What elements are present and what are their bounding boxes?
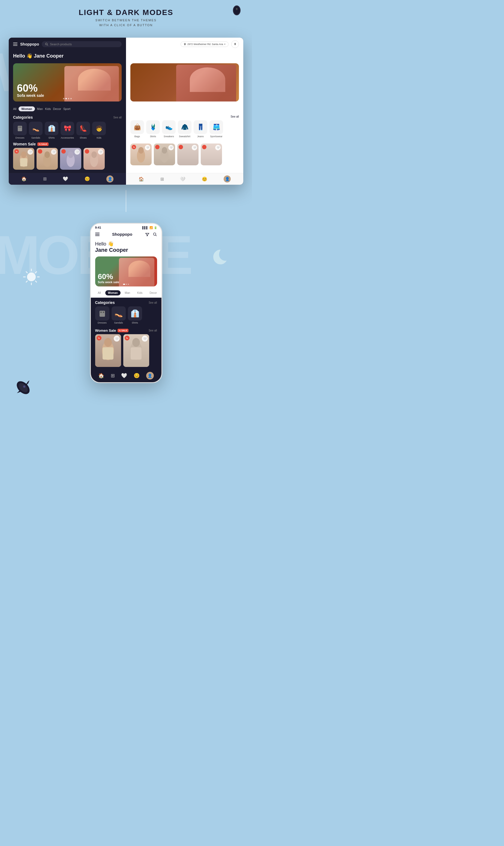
cat-shoes-dark[interactable]: 👠 Shoes xyxy=(76,122,90,139)
mobile-tab-kids[interactable]: Kids xyxy=(134,290,145,295)
mobile-tab-decor[interactable]: Decor xyxy=(147,290,160,295)
product-fav-light-1[interactable]: 🤍 xyxy=(145,145,150,150)
page-subtitle-1: SWITCH BETWEEN THE THEMES xyxy=(5,19,247,22)
filter-tab-kids-dark[interactable]: Kids xyxy=(45,107,51,110)
filter-tab-man-dark[interactable]: Man xyxy=(37,107,43,110)
hero-dot-3 xyxy=(128,284,129,285)
nav-logo-dark: Shoppopo xyxy=(20,42,39,47)
mobile-product-1[interactable]: % 🤍 xyxy=(95,334,121,367)
cat-shirts-dark[interactable]: 👔 Shirts xyxy=(45,122,58,139)
product-card-dark-1[interactable]: % 🤍 xyxy=(13,148,34,170)
bottom-nav-grid-light[interactable]: ⊞ xyxy=(160,177,164,182)
mobile-bottom-grid[interactable]: ⊞ xyxy=(111,373,115,379)
mobile-cat-sandals[interactable]: 👡 Sandals xyxy=(111,306,126,324)
product-sale-dot-dark-4 xyxy=(85,149,89,154)
product-card-light-1[interactable]: % 🤍 xyxy=(130,144,151,165)
mobile-tab-all[interactable]: All xyxy=(95,290,104,295)
product-card-light-2[interactable]: 🤍 xyxy=(154,144,175,165)
filter-tab-woman-dark[interactable]: Woman xyxy=(19,106,35,111)
bottom-nav-emoji-light[interactable]: 😊 xyxy=(202,177,207,182)
mobile-women-sale: Women Sale % SALE See all % 🤍 xyxy=(91,327,161,369)
mobile-bottom-heart[interactable]: 🤍 xyxy=(121,373,127,379)
mobile-search-icon[interactable] xyxy=(153,232,157,236)
cat-kids-dark[interactable]: 🧒 Kids xyxy=(92,122,106,139)
mobile-tab-woman[interactable]: Woman xyxy=(105,290,121,295)
product-card-dark-2[interactable]: 🤍 xyxy=(37,148,58,170)
product-card-light-4[interactable]: 🤍 xyxy=(201,144,222,165)
product-card-dark-3[interactable]: 🤍 xyxy=(60,148,81,170)
rocket-icon xyxy=(11,375,35,401)
hamburger-icon-dark[interactable] xyxy=(13,42,17,46)
cat-sportswear-light[interactable]: 🩳 Sportswear xyxy=(210,120,223,138)
mobile-bottom-avatar[interactable]: 👤 xyxy=(146,372,154,379)
mobile-product-2-fav[interactable]: 🤍 xyxy=(142,336,148,342)
bell-button[interactable] xyxy=(231,40,239,48)
bottom-nav-home-dark[interactable]: 🏠 xyxy=(21,176,27,181)
desktop-mockup-wrapper: Shoppopo Search products 2972 Westheimer… xyxy=(9,38,243,185)
mobile-bottom-home[interactable]: 🏠 xyxy=(98,373,104,379)
product-card-dark-4[interactable]: 🤍 xyxy=(84,148,105,170)
cat-skirts-light[interactable]: 🩱 Skirts xyxy=(146,120,160,138)
mobile-hero-text: 60% Sofa week sale xyxy=(98,273,119,284)
product-fav-dark-4[interactable]: 🤍 xyxy=(98,149,103,155)
search-icon-dark xyxy=(45,42,48,46)
product-sale-dot-dark-3 xyxy=(61,149,66,154)
bottom-nav-home-light[interactable]: 🏠 xyxy=(139,177,144,182)
mobile-sale-badge: % SALE xyxy=(118,329,129,332)
bottom-nav-heart-dark[interactable]: 🤍 xyxy=(63,176,68,181)
svg-rect-41 xyxy=(131,347,142,360)
mobile-tab-man[interactable]: Man xyxy=(122,290,133,295)
mobile-sale-title-text: Women Sale xyxy=(95,328,116,332)
product-fav-dark-2[interactable]: 🤍 xyxy=(51,149,56,155)
location-icon xyxy=(183,43,186,46)
mobile-cat-shirts[interactable]: 👔 Shirts xyxy=(128,306,142,324)
address-display[interactable]: 2972 Westheimer Rd. Santa Ana ▾ xyxy=(181,41,229,47)
hero-banner-light xyxy=(130,63,239,102)
mobile-categories-header: Categories See all xyxy=(95,300,157,306)
filter-tab-decor-dark[interactable]: Decor xyxy=(53,107,61,110)
product-fav-light-4[interactable]: 🤍 xyxy=(215,145,221,150)
mobile-filter-icon[interactable] xyxy=(145,232,149,236)
product-sale-dot-light-4 xyxy=(202,145,206,149)
mobile-product-1-fav[interactable]: 🤍 xyxy=(114,336,120,342)
mobile-product-2[interactable]: % 🤍 xyxy=(123,334,149,367)
battery-icon: 🔋 xyxy=(154,226,157,229)
mobile-hero-subtitle: Sofa week sale xyxy=(98,281,119,284)
filter-tab-all-dark[interactable]: All xyxy=(13,107,16,110)
search-bar-dark[interactable]: Search products xyxy=(42,41,122,47)
product-fav-light-3[interactable]: 🤍 xyxy=(192,145,197,150)
svg-rect-3 xyxy=(236,8,237,10)
bottom-nav-emoji-dark[interactable]: 😊 xyxy=(85,176,90,181)
cat-jeans-light[interactable]: 👖 Jeans xyxy=(194,120,207,138)
filter-tab-sport-dark[interactable]: Sport xyxy=(63,107,70,110)
cat-sneakers-light[interactable]: 👟 Sneakers xyxy=(162,120,176,138)
cat-bags-light[interactable]: 👜 Bags xyxy=(130,120,144,138)
product-fav-dark-3[interactable]: 🤍 xyxy=(74,149,80,155)
see-all-light[interactable]: See all xyxy=(231,115,239,118)
mobile-cat-dresses[interactable]: Dresses xyxy=(95,306,109,324)
see-all-dark[interactable]: See all xyxy=(113,116,122,119)
svg-point-31 xyxy=(153,233,156,235)
mobile-sale-header: Women Sale % SALE See all xyxy=(95,328,157,332)
cat-sandals-dark[interactable]: 👡 Sandals xyxy=(29,122,42,139)
cat-sweatshirt-light[interactable]: 🧥 Sweatshirt xyxy=(178,120,192,138)
mobile-navbar: Shoppopo xyxy=(91,230,161,238)
bottom-nav-avatar-light[interactable]: 👤 xyxy=(223,176,231,182)
mobile-categories-section: Categories See all Dresses 👡 Sandals 👔 S… xyxy=(91,298,161,327)
bottom-nav-grid-dark[interactable]: ⊞ xyxy=(43,176,47,181)
women-sale-title-dark: Women Sale xyxy=(13,142,36,146)
product-fav-dark-1[interactable]: 🤍 xyxy=(28,149,33,155)
mobile-hamburger[interactable] xyxy=(95,233,100,236)
bottom-nav-avatar-dark[interactable]: 👤 xyxy=(106,176,113,182)
cat-item-dark[interactable]: Dresses xyxy=(13,122,27,139)
product-fav-light-2[interactable]: 🤍 xyxy=(168,145,174,150)
bottom-nav-heart-light[interactable]: 🤍 xyxy=(180,177,185,182)
svg-rect-20 xyxy=(20,158,27,166)
svg-point-30 xyxy=(162,147,167,154)
cat-accessories-dark[interactable]: 🎀 Accessories xyxy=(60,122,74,139)
mobile-sale-see-all[interactable]: See all xyxy=(149,329,157,332)
mobile-see-all-btn[interactable]: See all xyxy=(149,301,157,304)
product-card-light-3[interactable]: 🤍 xyxy=(177,144,199,165)
greeting-dark: Hello 👋 Jane Cooper xyxy=(13,53,64,59)
mobile-bottom-emoji[interactable]: 😊 xyxy=(133,373,140,379)
